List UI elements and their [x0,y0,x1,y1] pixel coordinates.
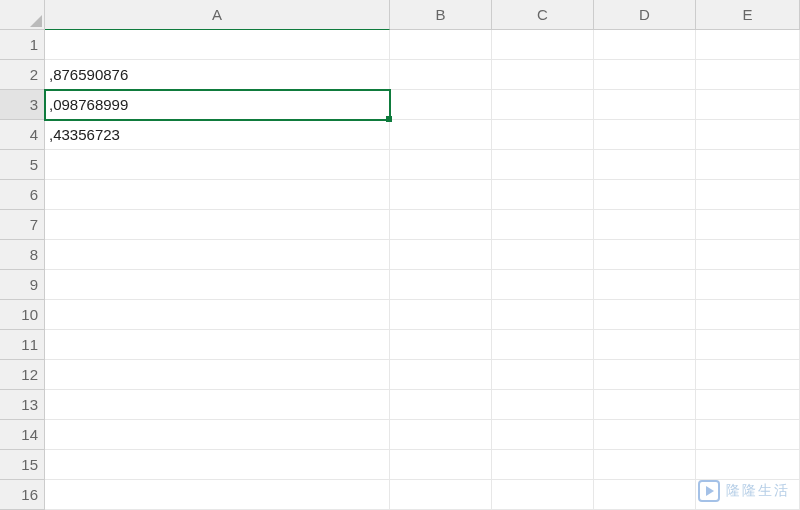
row-header-3[interactable]: 3 [0,90,45,120]
cell-A4[interactable]: ,43356723 [45,120,390,150]
cell-C15[interactable] [492,450,594,480]
cell-D7[interactable] [594,210,696,240]
cell-D6[interactable] [594,180,696,210]
cell-D13[interactable] [594,390,696,420]
cell-C8[interactable] [492,240,594,270]
cell-D3[interactable] [594,90,696,120]
cell-C14[interactable] [492,420,594,450]
cell-B13[interactable] [390,390,492,420]
cell-D12[interactable] [594,360,696,390]
cell-C16[interactable] [492,480,594,510]
cell-B12[interactable] [390,360,492,390]
row-header-13[interactable]: 13 [0,390,45,420]
cell-D16[interactable] [594,480,696,510]
cell-E9[interactable] [696,270,800,300]
row-header-14[interactable]: 14 [0,420,45,450]
cell-C10[interactable] [492,300,594,330]
row-header-7[interactable]: 7 [0,210,45,240]
column-header-E[interactable]: E [696,0,800,30]
cell-C7[interactable] [492,210,594,240]
cell-D15[interactable] [594,450,696,480]
row-header-5[interactable]: 5 [0,150,45,180]
row-header-4[interactable]: 4 [0,120,45,150]
cell-E10[interactable] [696,300,800,330]
cell-A7[interactable] [45,210,390,240]
cell-C11[interactable] [492,330,594,360]
cell-E11[interactable] [696,330,800,360]
column-header-D[interactable]: D [594,0,696,30]
cell-D8[interactable] [594,240,696,270]
cell-B3[interactable] [390,90,492,120]
row-header-6[interactable]: 6 [0,180,45,210]
cell-A11[interactable] [45,330,390,360]
cell-D1[interactable] [594,30,696,60]
cell-C2[interactable] [492,60,594,90]
cell-B2[interactable] [390,60,492,90]
cell-A3[interactable]: ,098768999 [45,90,390,120]
row-header-1[interactable]: 1 [0,30,45,60]
cell-C4[interactable] [492,120,594,150]
cell-B14[interactable] [390,420,492,450]
cell-E5[interactable] [696,150,800,180]
cell-B16[interactable] [390,480,492,510]
cell-B8[interactable] [390,240,492,270]
cell-C12[interactable] [492,360,594,390]
cell-B11[interactable] [390,330,492,360]
cell-B5[interactable] [390,150,492,180]
cell-A2[interactable]: ,876590876 [45,60,390,90]
cell-C5[interactable] [492,150,594,180]
column-header-A[interactable]: A [45,0,390,30]
cell-A13[interactable] [45,390,390,420]
cell-C9[interactable] [492,270,594,300]
column-header-B[interactable]: B [390,0,492,30]
cell-E15[interactable] [696,450,800,480]
cell-A15[interactable] [45,450,390,480]
select-all-corner[interactable] [0,0,45,30]
cell-E7[interactable] [696,210,800,240]
cell-B6[interactable] [390,180,492,210]
row-header-10[interactable]: 10 [0,300,45,330]
row-header-9[interactable]: 9 [0,270,45,300]
cell-C3[interactable] [492,90,594,120]
cell-B1[interactable] [390,30,492,60]
cell-A1[interactable] [45,30,390,60]
cell-B4[interactable] [390,120,492,150]
cell-D14[interactable] [594,420,696,450]
column-header-C[interactable]: C [492,0,594,30]
cell-A9[interactable] [45,270,390,300]
cell-E1[interactable] [696,30,800,60]
cell-A10[interactable] [45,300,390,330]
cell-A16[interactable] [45,480,390,510]
cell-D4[interactable] [594,120,696,150]
cell-A6[interactable] [45,180,390,210]
row-header-12[interactable]: 12 [0,360,45,390]
cell-D9[interactable] [594,270,696,300]
cell-E13[interactable] [696,390,800,420]
cell-D11[interactable] [594,330,696,360]
cell-B15[interactable] [390,450,492,480]
cell-C13[interactable] [492,390,594,420]
row-header-2[interactable]: 2 [0,60,45,90]
row-header-15[interactable]: 15 [0,450,45,480]
cell-E6[interactable] [696,180,800,210]
cell-B9[interactable] [390,270,492,300]
cell-D2[interactable] [594,60,696,90]
cell-A5[interactable] [45,150,390,180]
cell-B7[interactable] [390,210,492,240]
row-header-16[interactable]: 16 [0,480,45,510]
cell-E8[interactable] [696,240,800,270]
cell-C1[interactable] [492,30,594,60]
cell-D5[interactable] [594,150,696,180]
cell-E4[interactable] [696,120,800,150]
cell-D10[interactable] [594,300,696,330]
cell-E12[interactable] [696,360,800,390]
cell-E2[interactable] [696,60,800,90]
row-header-8[interactable]: 8 [0,240,45,270]
row-header-11[interactable]: 11 [0,330,45,360]
cell-B10[interactable] [390,300,492,330]
cell-A12[interactable] [45,360,390,390]
cell-E14[interactable] [696,420,800,450]
cell-A14[interactable] [45,420,390,450]
cell-E3[interactable] [696,90,800,120]
cell-C6[interactable] [492,180,594,210]
